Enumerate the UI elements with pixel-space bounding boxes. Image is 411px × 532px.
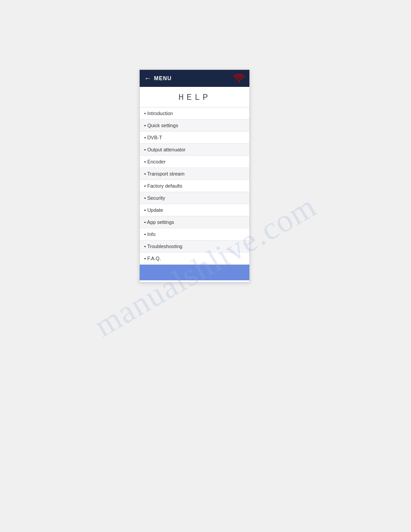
page-title: HELP <box>140 87 249 107</box>
list-item[interactable]: • Info <box>140 228 249 240</box>
device-panel: ← MENU HELP • Introduction • Quick setti… <box>139 69 250 283</box>
troubleshooting-item[interactable]: • Troubleshooting <box>140 240 249 253</box>
list-item[interactable]: • Introduction <box>140 107 249 120</box>
wifi-icon <box>233 74 245 83</box>
menu-list: • Introduction • Quick settings • DVB-T … <box>140 107 249 265</box>
faq-item[interactable]: • F.A.Q. <box>140 253 249 265</box>
svg-point-0 <box>238 81 240 82</box>
list-item[interactable]: • App settings <box>140 216 249 228</box>
back-button[interactable]: ← <box>144 74 151 82</box>
list-item[interactable]: • DVB-T <box>140 132 249 144</box>
menu-label: MENU <box>154 75 171 82</box>
list-item[interactable]: • Update <box>140 204 249 216</box>
list-item[interactable]: • Encoder <box>140 156 249 168</box>
wifi-icon-container <box>233 74 245 83</box>
list-item[interactable]: • Security <box>140 192 249 204</box>
list-item[interactable]: • Transport stream <box>140 168 249 180</box>
list-item[interactable]: • Quick settings <box>140 120 249 132</box>
list-item[interactable]: • Output attenuator <box>140 144 249 156</box>
list-item[interactable]: • Factory defaults <box>140 180 249 192</box>
header-bar: ← MENU <box>140 70 249 87</box>
blue-action-button[interactable] <box>140 265 249 280</box>
